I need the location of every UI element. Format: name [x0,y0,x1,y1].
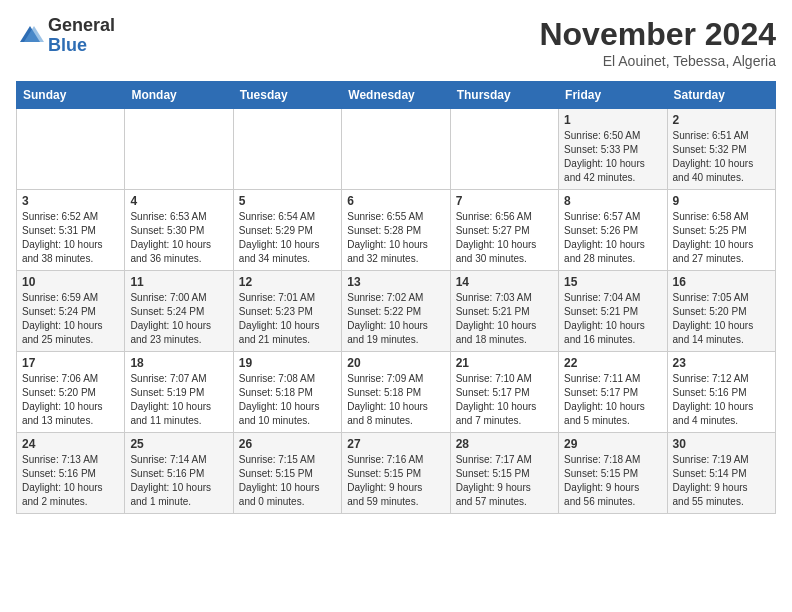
day-info: Sunrise: 6:52 AM Sunset: 5:31 PM Dayligh… [22,210,119,266]
week-row-4: 17Sunrise: 7:06 AM Sunset: 5:20 PM Dayli… [17,352,776,433]
day-info: Sunrise: 6:57 AM Sunset: 5:26 PM Dayligh… [564,210,661,266]
day-number: 10 [22,275,119,289]
page-header: General Blue November 2024 El Aouinet, T… [16,16,776,69]
day-info: Sunrise: 7:11 AM Sunset: 5:17 PM Dayligh… [564,372,661,428]
day-number: 29 [564,437,661,451]
day-cell: 13Sunrise: 7:02 AM Sunset: 5:22 PM Dayli… [342,271,450,352]
day-cell: 15Sunrise: 7:04 AM Sunset: 5:21 PM Dayli… [559,271,667,352]
day-cell: 3Sunrise: 6:52 AM Sunset: 5:31 PM Daylig… [17,190,125,271]
logo-icon [16,22,44,50]
day-number: 7 [456,194,553,208]
day-info: Sunrise: 7:08 AM Sunset: 5:18 PM Dayligh… [239,372,336,428]
day-number: 9 [673,194,770,208]
day-info: Sunrise: 7:05 AM Sunset: 5:20 PM Dayligh… [673,291,770,347]
logo-text: General Blue [48,16,115,56]
day-info: Sunrise: 7:18 AM Sunset: 5:15 PM Dayligh… [564,453,661,509]
header-thursday: Thursday [450,82,558,109]
day-info: Sunrise: 6:54 AM Sunset: 5:29 PM Dayligh… [239,210,336,266]
day-info: Sunrise: 6:50 AM Sunset: 5:33 PM Dayligh… [564,129,661,185]
day-cell: 26Sunrise: 7:15 AM Sunset: 5:15 PM Dayli… [233,433,341,514]
day-info: Sunrise: 7:07 AM Sunset: 5:19 PM Dayligh… [130,372,227,428]
day-number: 17 [22,356,119,370]
day-cell: 17Sunrise: 7:06 AM Sunset: 5:20 PM Dayli… [17,352,125,433]
calendar-table: SundayMondayTuesdayWednesdayThursdayFrid… [16,81,776,514]
day-number: 15 [564,275,661,289]
day-cell: 29Sunrise: 7:18 AM Sunset: 5:15 PM Dayli… [559,433,667,514]
day-info: Sunrise: 6:55 AM Sunset: 5:28 PM Dayligh… [347,210,444,266]
day-number: 27 [347,437,444,451]
day-cell: 21Sunrise: 7:10 AM Sunset: 5:17 PM Dayli… [450,352,558,433]
day-cell: 2Sunrise: 6:51 AM Sunset: 5:32 PM Daylig… [667,109,775,190]
header-monday: Monday [125,82,233,109]
day-cell: 8Sunrise: 6:57 AM Sunset: 5:26 PM Daylig… [559,190,667,271]
day-number: 14 [456,275,553,289]
day-cell: 20Sunrise: 7:09 AM Sunset: 5:18 PM Dayli… [342,352,450,433]
day-info: Sunrise: 7:02 AM Sunset: 5:22 PM Dayligh… [347,291,444,347]
day-cell: 24Sunrise: 7:13 AM Sunset: 5:16 PM Dayli… [17,433,125,514]
day-info: Sunrise: 7:14 AM Sunset: 5:16 PM Dayligh… [130,453,227,509]
day-info: Sunrise: 7:09 AM Sunset: 5:18 PM Dayligh… [347,372,444,428]
day-cell: 1Sunrise: 6:50 AM Sunset: 5:33 PM Daylig… [559,109,667,190]
header-tuesday: Tuesday [233,82,341,109]
day-cell [125,109,233,190]
logo-blue: Blue [48,36,115,56]
day-number: 4 [130,194,227,208]
day-number: 28 [456,437,553,451]
day-cell: 9Sunrise: 6:58 AM Sunset: 5:25 PM Daylig… [667,190,775,271]
month-title: November 2024 [539,16,776,53]
day-info: Sunrise: 7:19 AM Sunset: 5:14 PM Dayligh… [673,453,770,509]
day-cell: 12Sunrise: 7:01 AM Sunset: 5:23 PM Dayli… [233,271,341,352]
day-number: 1 [564,113,661,127]
day-info: Sunrise: 6:51 AM Sunset: 5:32 PM Dayligh… [673,129,770,185]
logo-general: General [48,16,115,36]
day-number: 8 [564,194,661,208]
day-cell: 25Sunrise: 7:14 AM Sunset: 5:16 PM Dayli… [125,433,233,514]
day-number: 21 [456,356,553,370]
day-cell: 19Sunrise: 7:08 AM Sunset: 5:18 PM Dayli… [233,352,341,433]
header-friday: Friday [559,82,667,109]
day-number: 30 [673,437,770,451]
day-cell: 30Sunrise: 7:19 AM Sunset: 5:14 PM Dayli… [667,433,775,514]
day-number: 18 [130,356,227,370]
day-cell: 10Sunrise: 6:59 AM Sunset: 5:24 PM Dayli… [17,271,125,352]
day-number: 23 [673,356,770,370]
header-wednesday: Wednesday [342,82,450,109]
day-cell: 18Sunrise: 7:07 AM Sunset: 5:19 PM Dayli… [125,352,233,433]
day-cell [233,109,341,190]
header-saturday: Saturday [667,82,775,109]
day-info: Sunrise: 7:04 AM Sunset: 5:21 PM Dayligh… [564,291,661,347]
header-sunday: Sunday [17,82,125,109]
day-cell: 22Sunrise: 7:11 AM Sunset: 5:17 PM Dayli… [559,352,667,433]
day-number: 22 [564,356,661,370]
day-number: 25 [130,437,227,451]
day-info: Sunrise: 7:12 AM Sunset: 5:16 PM Dayligh… [673,372,770,428]
week-row-5: 24Sunrise: 7:13 AM Sunset: 5:16 PM Dayli… [17,433,776,514]
day-info: Sunrise: 7:01 AM Sunset: 5:23 PM Dayligh… [239,291,336,347]
day-info: Sunrise: 6:53 AM Sunset: 5:30 PM Dayligh… [130,210,227,266]
day-info: Sunrise: 7:00 AM Sunset: 5:24 PM Dayligh… [130,291,227,347]
week-row-2: 3Sunrise: 6:52 AM Sunset: 5:31 PM Daylig… [17,190,776,271]
day-number: 5 [239,194,336,208]
day-cell: 11Sunrise: 7:00 AM Sunset: 5:24 PM Dayli… [125,271,233,352]
day-info: Sunrise: 6:59 AM Sunset: 5:24 PM Dayligh… [22,291,119,347]
day-cell: 5Sunrise: 6:54 AM Sunset: 5:29 PM Daylig… [233,190,341,271]
day-cell: 6Sunrise: 6:55 AM Sunset: 5:28 PM Daylig… [342,190,450,271]
day-cell [17,109,125,190]
day-cell: 7Sunrise: 6:56 AM Sunset: 5:27 PM Daylig… [450,190,558,271]
location-subtitle: El Aouinet, Tebessa, Algeria [539,53,776,69]
day-number: 26 [239,437,336,451]
day-cell: 23Sunrise: 7:12 AM Sunset: 5:16 PM Dayli… [667,352,775,433]
week-row-1: 1Sunrise: 6:50 AM Sunset: 5:33 PM Daylig… [17,109,776,190]
day-info: Sunrise: 6:58 AM Sunset: 5:25 PM Dayligh… [673,210,770,266]
day-cell [450,109,558,190]
day-number: 3 [22,194,119,208]
day-cell [342,109,450,190]
day-info: Sunrise: 7:13 AM Sunset: 5:16 PM Dayligh… [22,453,119,509]
day-number: 19 [239,356,336,370]
day-cell: 4Sunrise: 6:53 AM Sunset: 5:30 PM Daylig… [125,190,233,271]
day-cell: 14Sunrise: 7:03 AM Sunset: 5:21 PM Dayli… [450,271,558,352]
day-info: Sunrise: 7:17 AM Sunset: 5:15 PM Dayligh… [456,453,553,509]
day-number: 13 [347,275,444,289]
day-cell: 16Sunrise: 7:05 AM Sunset: 5:20 PM Dayli… [667,271,775,352]
day-info: Sunrise: 7:15 AM Sunset: 5:15 PM Dayligh… [239,453,336,509]
